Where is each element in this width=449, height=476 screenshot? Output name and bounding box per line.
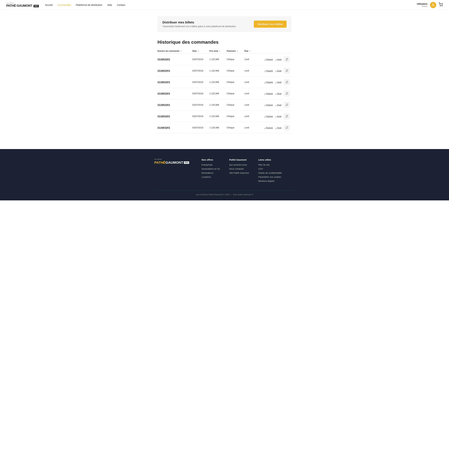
avoir-link[interactable]: ↓ Avoir	[275, 126, 281, 129]
user-name: Utilisateur	[417, 3, 427, 5]
order-id-link[interactable]: VCXWVQFS	[157, 58, 170, 61]
col-status[interactable]: État ▼	[244, 49, 255, 53]
footer-content: les cinémas PATHÉ GAUMONT PRO Nos offres…	[154, 158, 295, 196]
order-id-link[interactable]: VCXWVQFS	[157, 104, 170, 106]
facture-link[interactable]: ↓ Facture	[264, 92, 273, 95]
user-source: Source	[417, 5, 427, 7]
svg-point-1	[440, 6, 440, 6]
order-payment: Chèque	[227, 122, 244, 133]
footer-link[interactable]: Entreprises	[202, 164, 220, 166]
svg-point-0	[432, 4, 434, 5]
col-price[interactable]: Prix total ▼	[209, 49, 227, 53]
order-id-link[interactable]: VCXWVQFS	[157, 115, 170, 118]
reorder-button[interactable]	[284, 125, 290, 131]
download-icon: ↓	[264, 81, 265, 83]
facture-link[interactable]: ↓ Facture	[264, 70, 273, 72]
nav-item-plateforme[interactable]: Plateforme de distribution	[76, 4, 102, 6]
order-id-link[interactable]: VCXWVQFS	[157, 81, 170, 83]
download-icon-avoir: ↓	[275, 58, 276, 61]
facture-link[interactable]: ↓ Facture	[264, 81, 273, 83]
download-icon: ↓	[264, 115, 265, 118]
avatar[interactable]	[430, 2, 436, 8]
footer-link[interactable]: Plan du site	[258, 164, 282, 166]
order-date: 02/07/2018	[192, 76, 209, 88]
footer-link[interactable]: Charte de confidentialité	[258, 172, 282, 174]
footer-link[interactable]: Revendeurs	[202, 172, 220, 174]
table-row: VCXWVQFS 02/07/2018 1 125,56€ Chèque Liv…	[157, 76, 292, 88]
order-price: 1 125,56€	[209, 65, 227, 76]
reorder-button[interactable]	[284, 57, 290, 62]
order-actions: ↓ Facture ↓ Avoir	[255, 114, 290, 119]
avoir-link[interactable]: ↓ Avoir	[275, 58, 281, 61]
col-order-number[interactable]: Numéro de commande ▼	[157, 49, 192, 53]
order-id-link[interactable]: VCXWVQFS	[157, 92, 170, 95]
reorder-button[interactable]	[284, 68, 290, 74]
nav-item-accueil[interactable]: Accueil	[45, 4, 53, 6]
logo[interactable]: les cinémas PATHÉ GAUMONT PRO	[6, 2, 39, 7]
order-actions: ↓ Facture ↓ Avoir	[255, 91, 290, 96]
order-payment: Chèque	[227, 111, 244, 122]
avoir-label: Avoir	[277, 81, 281, 83]
download-icon: ↓	[264, 70, 265, 72]
order-payment: Chèque	[227, 65, 244, 76]
order-date: 02/07/2018	[192, 53, 209, 65]
order-price: 1 125,56€	[209, 111, 227, 122]
footer-link[interactable]: Qui sommes-nous	[229, 164, 249, 166]
download-icon: ↓	[264, 92, 265, 95]
footer-link[interactable]: CGV	[258, 168, 282, 170]
avoir-link[interactable]: ↓ Avoir	[275, 81, 281, 83]
table-row: VCXWVQFS 02/07/2018 1 125,56€ Chèque Liv…	[157, 99, 292, 111]
facture-link[interactable]: ↓ Facture	[264, 126, 273, 129]
order-actions: ↓ Facture ↓ Avoir	[255, 57, 290, 62]
footer-copyright: Les Cinémas Pathé Gaumont © 2021 — Tous …	[154, 193, 295, 196]
logo-pro: PRO	[34, 5, 39, 7]
header-left: les cinémas PATHÉ GAUMONT PRO Accueil Co…	[6, 2, 125, 7]
col-date[interactable]: Date ▼	[192, 49, 209, 53]
download-icon-avoir: ↓	[275, 92, 276, 95]
facture-label: Facture	[266, 58, 273, 61]
footer-link[interactable]: Sité Pathé Gaumont	[229, 172, 249, 174]
footer-link[interactable]: Paramétrer vos cookies	[258, 176, 282, 178]
order-payment: Chèque	[227, 53, 244, 65]
reorder-button[interactable]	[284, 91, 290, 96]
footer-col: Nos offresEntreprisesAssociations et CER…	[202, 158, 220, 184]
avoir-link[interactable]: ↓ Avoir	[275, 115, 281, 118]
footer-top: les cinémas PATHÉ GAUMONT PRO Nos offres…	[154, 158, 295, 184]
footer-columns: Nos offresEntreprisesAssociations et CER…	[202, 158, 295, 184]
order-date: 02/07/2018	[192, 65, 209, 76]
order-id-link[interactable]: VCXWVQFS	[157, 69, 170, 72]
download-icon-avoir: ↓	[275, 70, 276, 72]
footer-link[interactable]: Locations	[202, 176, 220, 178]
facture-link[interactable]: ↓ Facture	[264, 104, 273, 106]
avoir-label: Avoir	[277, 115, 281, 118]
facture-label: Facture	[266, 115, 273, 118]
nav-item-contact[interactable]: Contact	[117, 4, 125, 6]
footer-link[interactable]: Nous contacter	[229, 168, 249, 170]
facture-link[interactable]: ↓ Facture	[264, 58, 273, 61]
main-nav: Accueil Commandes Plateforme de distribu…	[45, 4, 125, 6]
order-date: 02/07/2018	[192, 122, 209, 133]
avoir-link[interactable]: ↓ Avoir	[275, 70, 281, 72]
avoir-label: Avoir	[277, 126, 281, 129]
footer-col: Pathé GaumontQui sommes-nousNous contact…	[229, 158, 249, 184]
table-body: VCXWVQFS 02/07/2018 1 125,56€ Chèque Liv…	[157, 53, 292, 133]
order-status: Livré	[244, 111, 255, 122]
reorder-button[interactable]	[284, 102, 290, 108]
distribute-button[interactable]: Distribuer vos e-billets	[254, 21, 286, 28]
avoir-link[interactable]: ↓ Avoir	[275, 104, 281, 106]
facture-label: Facture	[266, 126, 273, 129]
banner-title: Distribuer mes billets	[163, 21, 236, 24]
nav-item-commandes[interactable]: Commandes	[57, 4, 71, 6]
reorder-button[interactable]	[284, 79, 290, 85]
footer-link[interactable]: Associations et CE	[202, 168, 220, 170]
order-id-link[interactable]: VCXWVQFS	[157, 126, 170, 129]
avoir-link[interactable]: ↓ Avoir	[275, 92, 281, 95]
nav-item-aide[interactable]: Aide	[107, 4, 112, 6]
col-payment[interactable]: Paiement ▼	[227, 49, 244, 53]
footer-link[interactable]: Mentions légales	[258, 180, 282, 182]
cart-icon[interactable]	[439, 2, 443, 7]
order-payment: Chèque	[227, 88, 244, 99]
reorder-button[interactable]	[284, 114, 290, 119]
facture-link[interactable]: ↓ Facture	[264, 115, 273, 118]
order-status: Livré	[244, 88, 255, 99]
